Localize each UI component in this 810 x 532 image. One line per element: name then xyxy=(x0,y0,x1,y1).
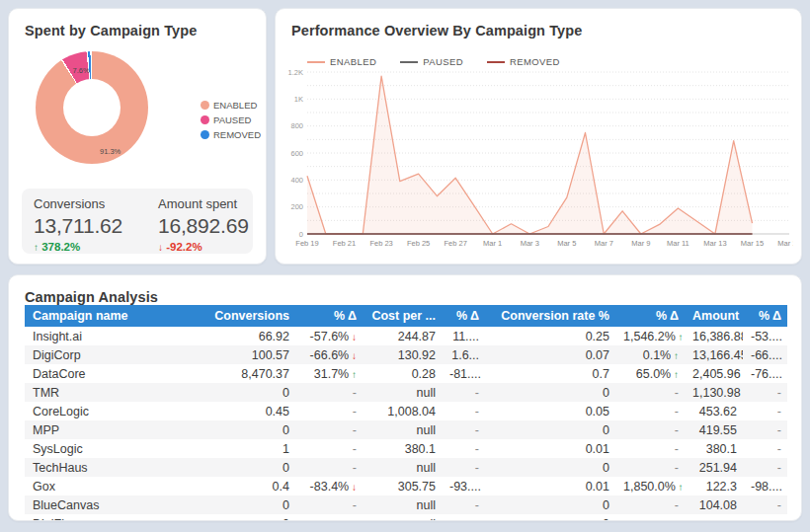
x-tick-label: Feb 19 xyxy=(295,239,318,248)
value-cell: -53.... xyxy=(743,327,787,345)
donut-chart[interactable]: 91.3% 7.6% xyxy=(36,51,148,164)
value-cell: 0.4 xyxy=(206,477,295,495)
campaign-name-cell: Gox xyxy=(25,477,206,495)
column-header-6[interactable]: % Δ xyxy=(615,305,685,327)
value-cell: 380.1 xyxy=(363,439,442,458)
campaign-table: Campaign nameConversions% ΔCost per ...%… xyxy=(25,305,787,521)
campaign-analysis-card: Campaign Analysis Campaign nameConversio… xyxy=(8,274,802,521)
column-header-8[interactable]: % Δ xyxy=(743,305,787,327)
value-cell: 8,470.37 xyxy=(206,364,295,383)
value-cell: - xyxy=(615,495,685,514)
donut-card-title: Spent by Campaign Type xyxy=(25,23,197,38)
table-row[interactable]: DigiCorp100.57-66.6% ↓130.921.6...0.070.… xyxy=(25,345,787,364)
value-cell: 0 xyxy=(206,514,295,521)
value-cell: 0 xyxy=(485,514,615,521)
y-tick-label: 1.2K xyxy=(288,68,303,77)
value-cell: 0 xyxy=(485,383,615,402)
spent-by-campaign-type-card: Spent by Campaign Type 91.3% 7.6% ENABLE… xyxy=(8,8,267,265)
campaign-name-cell: DigiFlow xyxy=(25,514,206,521)
enabled-dot-icon xyxy=(201,101,209,110)
value-cell: - xyxy=(295,439,363,458)
performance-line-chart[interactable]: 02004006008001K1.2KFeb 19Feb 21Feb 23Feb… xyxy=(284,66,793,258)
campaign-name-cell: DigiCorp xyxy=(25,345,206,364)
kpi-conversions: Conversions 13,711.62 ↑ 378.2% xyxy=(34,196,122,253)
value-cell: null xyxy=(363,495,442,514)
kpi-amount-spent: Amount spent 16,892.69 ↓ -92.2% xyxy=(158,196,249,253)
value-cell: - xyxy=(442,402,485,420)
value-cell: - xyxy=(295,420,363,439)
kpi-delta-value: -92.2% xyxy=(166,241,202,253)
value-cell: null xyxy=(363,420,442,439)
donut-legend-item-paused[interactable]: PAUSED xyxy=(201,114,261,125)
x-tick-label: Mar 7 xyxy=(595,239,613,248)
value-cell: 1,008.04 xyxy=(363,402,442,420)
kpi-delta: ↑ 378.2% xyxy=(34,241,122,253)
enabled-line-icon xyxy=(307,61,325,63)
table-row[interactable]: CoreLogic0.45-1,008.04-0.05-453.62- xyxy=(25,402,787,420)
value-cell: - xyxy=(615,439,685,458)
value-cell: 31.7% ↑ xyxy=(295,364,363,383)
value-cell: - xyxy=(743,458,787,477)
value-cell: 16,386.88 xyxy=(685,327,743,345)
value-cell: - xyxy=(442,514,485,521)
value-cell: -76.... xyxy=(743,364,787,383)
table-row[interactable]: DigiFlow0-null-0-- xyxy=(25,514,787,521)
x-tick-label: Mar 5 xyxy=(557,239,576,248)
up-arrow-icon: ↑ xyxy=(676,482,684,493)
campaign-name-cell: MPP xyxy=(25,420,206,439)
value-cell: 1.6... xyxy=(442,345,485,364)
x-tick-label: Mar 1 xyxy=(483,239,502,248)
value-cell: - xyxy=(743,495,787,514)
value-cell: null xyxy=(363,458,442,477)
campaign-name-cell: TMR xyxy=(25,383,206,402)
kpi-delta: ↓ -92.2% xyxy=(158,241,249,253)
value-cell: 0.01 xyxy=(485,439,615,458)
campaign-name-cell: DataCore xyxy=(25,364,206,383)
value-cell: 305.75 xyxy=(363,477,442,495)
column-header-5[interactable]: Conversion rate % xyxy=(485,305,615,327)
x-tick-label: Feb 25 xyxy=(407,239,430,248)
donut-legend-label: REMOVED xyxy=(213,129,261,140)
campaign-name-cell: CoreLogic xyxy=(25,402,206,420)
value-cell: -93.... xyxy=(442,477,485,495)
column-header-1[interactable]: Conversions xyxy=(206,305,295,327)
donut-legend-label: ENABLED xyxy=(213,100,257,111)
table-row[interactable]: MPP0-null-0-419.55- xyxy=(25,420,787,439)
table-row[interactable]: DataCore8,470.3731.7% ↑0.28-81....0.765.… xyxy=(25,364,787,383)
table-row[interactable]: SysLogic1-380.1-0.01-380.1- xyxy=(25,439,787,458)
value-cell: null xyxy=(363,383,442,402)
x-tick-label: Mar 17 xyxy=(777,239,793,248)
table-row[interactable]: Gox0.4-83.4% ↓305.75-93....0.011,850.0% … xyxy=(25,477,787,495)
value-cell: - xyxy=(295,514,363,521)
table-row[interactable]: Insight.ai66.92-57.6% ↓244.8711....0.251… xyxy=(25,327,787,345)
table-row[interactable]: TechHaus0-null-0-251.94- xyxy=(25,458,787,477)
up-arrow-icon: ↑ xyxy=(676,332,684,342)
value-cell: 419.55 xyxy=(685,420,743,439)
column-header-4[interactable]: % Δ xyxy=(442,305,485,327)
kpi-delta-value: 378.2% xyxy=(41,241,80,253)
column-header-2[interactable]: % Δ xyxy=(295,305,363,327)
value-cell: - xyxy=(615,402,685,420)
x-tick-label: Feb 27 xyxy=(444,239,466,248)
value-cell: - xyxy=(442,420,485,439)
removed-line-icon xyxy=(487,61,505,63)
campaign-table-wrap: Campaign nameConversions% ΔCost per ...%… xyxy=(25,305,787,521)
column-header-0[interactable]: Campaign name xyxy=(25,305,206,327)
column-header-7[interactable]: Amount ... xyxy=(685,305,743,327)
column-header-3[interactable]: Cost per ... xyxy=(363,305,442,327)
campaign-name-cell: Insight.ai xyxy=(25,327,206,345)
value-cell: 0 xyxy=(206,458,295,477)
campaign-name-cell: BlueCanvas xyxy=(25,495,206,514)
paused-line-icon xyxy=(400,61,418,63)
value-cell: 0 xyxy=(206,420,295,439)
donut-legend-item-enabled[interactable]: ENABLED xyxy=(201,100,261,111)
value-cell: 0.1% ↑ xyxy=(615,345,685,364)
table-row[interactable]: BlueCanvas0-null-0-104.08- xyxy=(25,495,787,514)
line-card-title: Performance Overview By Campaign Type xyxy=(291,23,582,38)
table-row[interactable]: TMR0-null-0-1,130.98- xyxy=(25,383,787,402)
donut-legend-item-removed[interactable]: REMOVED xyxy=(201,129,261,140)
value-cell: null xyxy=(363,514,442,521)
enabled-area xyxy=(307,76,753,234)
kpi-label: Conversions xyxy=(34,196,122,211)
removed-dot-icon xyxy=(201,130,209,139)
